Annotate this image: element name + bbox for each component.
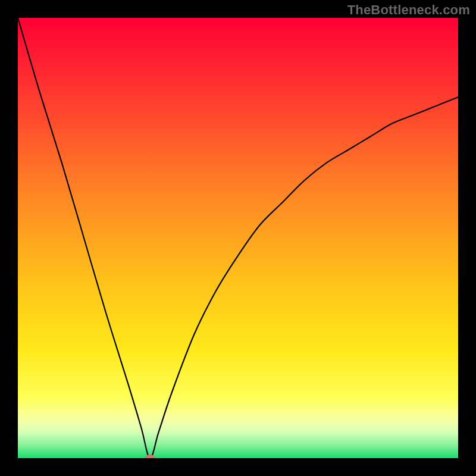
bottleneck-curve [18, 18, 458, 458]
plot-area [18, 18, 458, 458]
chart-frame: TheBottleneck.com [0, 0, 476, 476]
attribution-text: TheBottleneck.com [347, 2, 470, 18]
minimum-marker [145, 455, 155, 458]
